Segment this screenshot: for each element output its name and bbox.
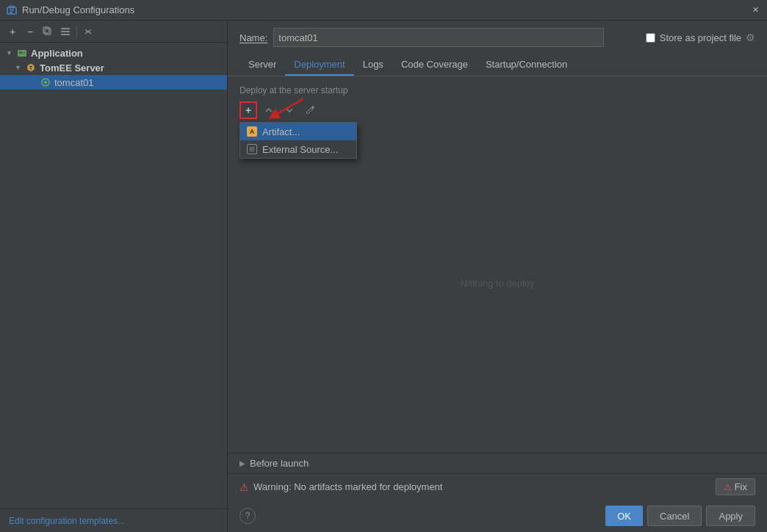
svg-rect-8 bbox=[61, 34, 70, 35]
deploy-section-title: Deploy at the server startup bbox=[240, 85, 755, 96]
warning-text: Warning: No artifacts marked for deploym… bbox=[253, 481, 442, 492]
sidebar: + − bbox=[0, 21, 228, 532]
fix-button[interactable]: ⚠ Fix bbox=[716, 478, 755, 495]
before-launch-arrow: ▶ bbox=[240, 459, 245, 467]
remove-config-button[interactable]: − bbox=[22, 24, 38, 40]
add-deploy-button[interactable]: + bbox=[240, 101, 257, 119]
config-tree: ▼ Application ▼ T bbox=[0, 43, 227, 508]
move-up-button[interactable] bbox=[260, 101, 278, 119]
svg-rect-6 bbox=[61, 28, 70, 29]
warning-bar: ⚠ Warning: No artifacts marked for deplo… bbox=[228, 474, 767, 500]
tomee-label: TomEE Server bbox=[40, 62, 104, 73]
expand-arrow: ▼ bbox=[6, 49, 13, 57]
tab-logs[interactable]: Logs bbox=[354, 54, 392, 76]
close-button[interactable]: ✕ bbox=[749, 4, 761, 16]
action-buttons: ? OK Cancel Apply bbox=[228, 500, 767, 532]
sidebar-item-tomcat01[interactable]: tomcat01 bbox=[0, 75, 227, 90]
external-source-icon: ⊞ bbox=[246, 143, 258, 155]
fix-label: Fix bbox=[735, 481, 747, 492]
edit-deploy-button[interactable] bbox=[301, 101, 319, 119]
svg-rect-10 bbox=[19, 51, 22, 54]
artifact-icon: A bbox=[246, 126, 258, 137]
tomee-icon: T bbox=[25, 62, 37, 73]
svg-rect-12 bbox=[23, 54, 24, 54]
warning-icon: ⚠ bbox=[240, 481, 249, 493]
tab-content-deployment: Deploy at the server startup + bbox=[228, 76, 767, 453]
window-controls[interactable]: ✕ bbox=[749, 4, 761, 16]
dialog-buttons: OK Cancel Apply bbox=[605, 506, 755, 526]
name-row: Name: Store as project file ⚙ bbox=[228, 21, 767, 54]
title-bar: Run/Debug Configurations ✕ bbox=[0, 0, 767, 21]
dropdown-item-external-source[interactable]: ⊞ External Source... bbox=[240, 140, 356, 158]
sidebar-item-tomee[interactable]: ▼ T TomEE Server bbox=[0, 60, 227, 75]
dropdown-item-artifact[interactable]: A Artifact... bbox=[240, 123, 356, 140]
sidebar-toolbar: + − bbox=[0, 21, 227, 43]
deploy-toolbar: + bbox=[240, 101, 755, 119]
warning-left: ⚠ Warning: No artifacts marked for deplo… bbox=[240, 481, 442, 493]
store-project-section: Store as project file ⚙ bbox=[646, 32, 755, 43]
svg-point-16 bbox=[44, 81, 47, 84]
deploy-dropdown-menu: A Artifact... ⊞ External Source... bbox=[240, 122, 357, 159]
before-launch-section: ▶ Before launch bbox=[228, 453, 767, 474]
edit-templates-link[interactable]: Edit configuration templates... bbox=[9, 516, 125, 526]
fix-icon: ⚠ bbox=[724, 482, 732, 492]
svg-rect-7 bbox=[61, 31, 70, 32]
svg-rect-11 bbox=[23, 52, 25, 53]
window-title: Run/Debug Configurations bbox=[22, 4, 134, 15]
app-icon bbox=[6, 4, 18, 16]
help-button[interactable]: ? bbox=[240, 508, 256, 524]
svg-rect-2 bbox=[10, 10, 14, 11]
application-icon bbox=[16, 47, 28, 59]
tab-code-coverage[interactable]: Code Coverage bbox=[392, 54, 477, 76]
copy-config-button[interactable] bbox=[40, 24, 56, 40]
sort-config-button[interactable] bbox=[80, 24, 96, 40]
config-icon bbox=[40, 76, 51, 88]
svg-text:T: T bbox=[29, 65, 33, 71]
name-label: Name: bbox=[240, 32, 267, 43]
external-source-label: External Source... bbox=[262, 144, 338, 155]
right-panel: Name: Store as project file ⚙ Server Dep… bbox=[228, 21, 767, 532]
apply-button[interactable]: Apply bbox=[706, 506, 755, 526]
bottom-bar: ▶ Before launch ⚠ Warning: No artifacts … bbox=[228, 453, 767, 532]
ok-button[interactable]: OK bbox=[605, 506, 643, 526]
sidebar-item-application[interactable]: ▼ Application bbox=[0, 46, 227, 60]
application-label: Application bbox=[31, 48, 83, 59]
share-config-button[interactable] bbox=[57, 24, 73, 40]
tab-deployment[interactable]: Deployment bbox=[285, 54, 353, 76]
tab-server[interactable]: Server bbox=[240, 54, 285, 76]
cancel-button[interactable]: Cancel bbox=[647, 506, 702, 526]
nothing-to-deploy: Nothing to deploy bbox=[240, 122, 755, 444]
artifact-label: Artifact... bbox=[262, 126, 300, 137]
add-config-button[interactable]: + bbox=[4, 24, 21, 40]
tab-startup-connection[interactable]: Startup/Connection bbox=[477, 54, 576, 76]
tomcat01-label: tomcat01 bbox=[54, 77, 93, 88]
name-input[interactable] bbox=[273, 28, 604, 47]
svg-rect-3 bbox=[10, 12, 12, 13]
store-gear-icon[interactable]: ⚙ bbox=[746, 32, 755, 43]
store-checkbox[interactable] bbox=[646, 33, 655, 43]
store-label: Store as project file bbox=[660, 32, 741, 43]
move-down-button[interactable] bbox=[281, 101, 298, 119]
svg-rect-5 bbox=[43, 27, 49, 33]
expand-arrow-tomee: ▼ bbox=[15, 64, 22, 71]
before-launch-label: Before launch bbox=[250, 458, 309, 469]
tabs-bar: Server Deployment Logs Code Coverage Sta… bbox=[228, 54, 767, 76]
svg-rect-4 bbox=[45, 29, 51, 35]
